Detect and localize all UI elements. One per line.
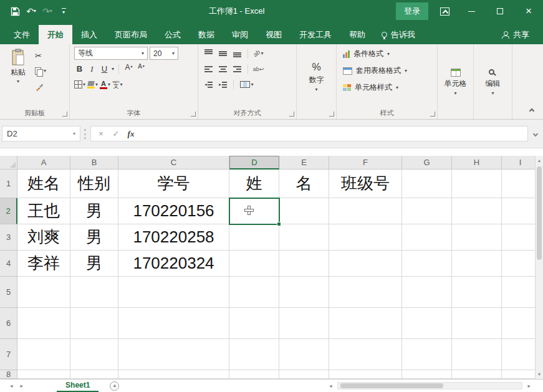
cell-E2[interactable] [279, 198, 329, 224]
cell-G5[interactable] [402, 277, 452, 308]
cell-A4[interactable]: 李祥 [17, 251, 70, 277]
cell-D2[interactable] [229, 198, 279, 224]
column-header-F[interactable]: F [329, 156, 402, 170]
cell-A8[interactable] [17, 370, 70, 379]
column-header-I[interactable]: I [502, 156, 535, 170]
row-header-4[interactable]: 4 [0, 251, 17, 277]
row-header-2[interactable]: 2 [0, 198, 17, 224]
editing-menu-button[interactable]: 编辑 ▾ [475, 45, 511, 119]
phonetic-guide-button[interactable]: wén文▾ [112, 79, 123, 91]
collapse-ribbon-button[interactable] [528, 108, 536, 114]
vertical-scroll-track[interactable] [536, 165, 543, 370]
cell-I8[interactable] [502, 370, 535, 379]
cell-F6[interactable] [329, 308, 402, 339]
cell-E3[interactable] [279, 224, 329, 251]
horizontal-scrollbar[interactable]: ◂ ▸ [325, 380, 534, 392]
tab-data[interactable]: 数据 [190, 25, 223, 44]
cell-A2[interactable]: 王也 [17, 198, 70, 224]
underline-button[interactable]: U [99, 63, 110, 75]
middle-align-button[interactable] [216, 47, 229, 60]
tell-me-box[interactable]: 告诉我 [374, 25, 423, 44]
cell-I5[interactable] [502, 277, 535, 308]
cell-F1[interactable]: 班级号 [329, 170, 402, 198]
minimize-button[interactable] [457, 0, 486, 22]
cell-A6[interactable] [17, 308, 70, 339]
cell-A3[interactable]: 刘爽 [17, 224, 70, 251]
conditional-formatting-button[interactable]: 条件格式 ▾ [338, 45, 436, 62]
ribbon-display-options-button[interactable] [437, 3, 452, 19]
cell-D8[interactable] [229, 370, 279, 379]
cell-I6[interactable] [502, 308, 535, 339]
horizontal-scroll-track[interactable] [337, 382, 523, 390]
cell-C5[interactable] [118, 277, 229, 308]
cell-D1[interactable]: 姓 [229, 170, 279, 198]
cell-E6[interactable] [279, 308, 329, 339]
cell-C6[interactable] [118, 308, 229, 339]
vertical-scroll-thumb[interactable] [537, 166, 542, 260]
copy-button[interactable]: ▾ [34, 65, 47, 77]
cell-H8[interactable] [452, 370, 502, 379]
cell-E8[interactable] [279, 370, 329, 379]
cell-B2[interactable]: 男 [70, 198, 118, 224]
cut-button[interactable]: ✂ [34, 49, 47, 62]
cell-F8[interactable] [329, 370, 402, 379]
cell-H2[interactable] [452, 198, 502, 224]
orientation-button[interactable]: ab▾ [252, 47, 265, 60]
font-color-button[interactable]: A▾ [100, 79, 110, 91]
cell-G1[interactable] [402, 170, 452, 198]
select-all-corner[interactable] [0, 156, 17, 170]
column-header-G[interactable]: G [402, 156, 452, 170]
scroll-down-button[interactable]: ▾ [536, 370, 543, 379]
cell-F7[interactable] [329, 339, 402, 370]
cell-H1[interactable] [452, 170, 502, 198]
cell-A1[interactable]: 姓名 [17, 170, 70, 198]
styles-dialog-launcher[interactable] [430, 112, 435, 117]
cell-H7[interactable] [452, 339, 502, 370]
formula-input[interactable] [141, 126, 528, 141]
fill-color-button[interactable]: ▾ [87, 79, 98, 91]
bottom-align-button[interactable] [231, 47, 244, 60]
number-dialog-launcher[interactable] [329, 112, 334, 117]
enter-button[interactable]: ✓ [108, 129, 123, 138]
cell-A5[interactable] [17, 277, 70, 308]
cells-menu-button[interactable]: 单元格 ▾ [439, 45, 472, 119]
column-header-C[interactable]: C [118, 156, 229, 170]
tab-view[interactable]: 视图 [257, 25, 291, 44]
sign-in-button[interactable]: 登录 [396, 2, 428, 20]
cell-G4[interactable] [402, 251, 452, 277]
paste-button[interactable]: 粘贴 ▾ [5, 47, 31, 108]
vertical-scrollbar[interactable]: ▴ ▾ [535, 156, 543, 379]
cell-D4[interactable] [229, 251, 279, 277]
bold-button[interactable]: B [74, 63, 85, 75]
add-sheet-button[interactable]: + [110, 381, 119, 391]
clipboard-dialog-launcher[interactable] [62, 112, 67, 117]
column-header-A[interactable]: A [17, 156, 70, 170]
cell-G3[interactable] [402, 224, 452, 251]
cell-H6[interactable] [452, 308, 502, 339]
font-dialog-launcher[interactable] [191, 112, 196, 117]
tab-insert[interactable]: 插入 [72, 25, 106, 44]
expand-formula-bar-button[interactable] [528, 126, 543, 141]
close-button[interactable]: × [514, 0, 543, 22]
tab-formulas[interactable]: 公式 [156, 25, 190, 44]
align-left-button[interactable] [202, 62, 215, 75]
font-name-combo[interactable]: 等线▾ [74, 47, 148, 60]
cell-E1[interactable]: 名 [279, 170, 329, 198]
alignment-dialog-launcher[interactable] [289, 112, 294, 117]
name-box[interactable]: D2 ▾ [2, 126, 80, 141]
row-header-3[interactable]: 3 [0, 224, 17, 251]
row-header-8[interactable]: 8 [0, 370, 17, 379]
increase-font-size-button[interactable]: A▴ [123, 63, 134, 75]
cell-D3[interactable] [229, 224, 279, 251]
tab-home[interactable]: 开始 [39, 25, 72, 44]
formula-bar-splitter[interactable] [84, 129, 87, 139]
tab-file[interactable]: 文件 [5, 25, 39, 44]
cell-B1[interactable]: 性别 [70, 170, 118, 198]
wrap-text-button[interactable]: ab↩ [252, 62, 265, 75]
column-header-D[interactable]: D [229, 156, 279, 170]
cell-B4[interactable]: 男 [70, 251, 118, 277]
column-header-H[interactable]: H [452, 156, 502, 170]
italic-button[interactable]: I [87, 63, 97, 75]
cell-C4[interactable]: 170220324 [118, 251, 229, 277]
cell-B6[interactable] [70, 308, 118, 339]
